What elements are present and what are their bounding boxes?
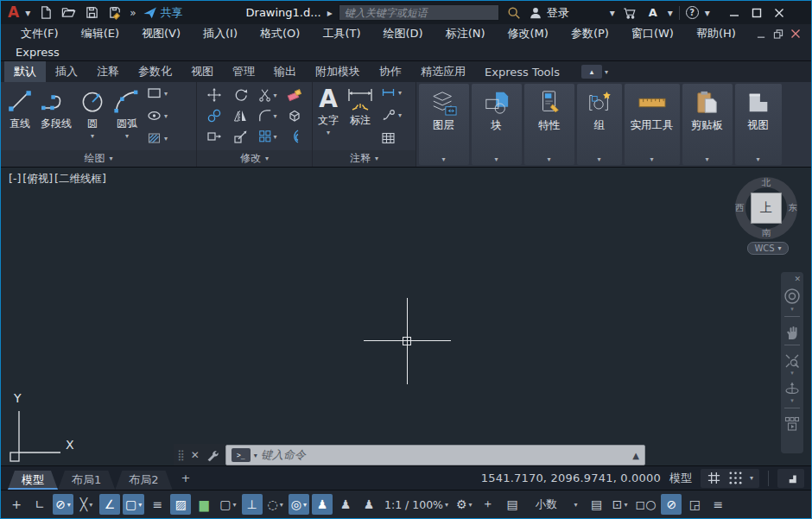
wcs-dropdown[interactable]: WCS▾ bbox=[747, 242, 789, 255]
tab-addins[interactable]: 附加模块 bbox=[306, 61, 370, 82]
table-button[interactable] bbox=[379, 131, 403, 145]
object-snap-toggle[interactable]: ∠ ▾ bbox=[99, 494, 120, 515]
workspace-switching[interactable]: ⚙ ▾ bbox=[454, 494, 475, 515]
navbar-close-icon[interactable]: ✕ bbox=[794, 275, 801, 283]
tab-parametric[interactable]: 参数化 bbox=[129, 61, 181, 82]
annotation-monitor-toggle[interactable]: ＋ ▾ bbox=[478, 494, 498, 515]
panel-clipboard[interactable]: 剪贴板 ▾ bbox=[682, 84, 733, 165]
viewcube-top-face[interactable]: 上 bbox=[751, 193, 782, 224]
mirror-button[interactable] bbox=[233, 108, 249, 123]
grid-display-icon[interactable] bbox=[707, 471, 721, 485]
app-menu-caret-icon[interactable]: ▾ bbox=[25, 7, 30, 19]
showmotion-button[interactable] bbox=[784, 416, 800, 432]
search-input[interactable] bbox=[339, 4, 499, 21]
annotation-scale-value[interactable]: 1:1 / 100% ▾ bbox=[382, 494, 451, 515]
hatch-button[interactable]: ▾ bbox=[145, 131, 169, 145]
menu-item[interactable]: 工具(T) bbox=[311, 26, 371, 41]
tab-home[interactable]: 默认 bbox=[4, 61, 46, 82]
apps-caret-icon[interactable]: ▾ bbox=[668, 7, 673, 19]
drawing-canvas[interactable]: [-][俯视][二维线框] 北 南 西 东 上 WCS▾ ✕ ▾ bbox=[1, 168, 811, 465]
maximize-button[interactable] bbox=[747, 4, 766, 22]
quick-properties-toggle[interactable]: ▤ ▾ bbox=[587, 494, 607, 515]
menu-item[interactable]: 窗口(W) bbox=[620, 26, 685, 41]
lineweight-toggle[interactable]: ≡ ▾ bbox=[147, 494, 168, 515]
fillet-button[interactable]: ▾ bbox=[258, 108, 276, 123]
menu-item[interactable]: 帮助(H) bbox=[685, 26, 747, 41]
command-drag-grip[interactable]: ⣿ bbox=[177, 449, 185, 461]
help-icon[interactable]: ? bbox=[686, 6, 699, 19]
annotation-panel-title[interactable]: 注释▾ bbox=[313, 150, 416, 167]
gizmo-toggle[interactable]: ◎ ▾ bbox=[289, 494, 309, 515]
clean-screen-toggle[interactable]: ◲ ▾ bbox=[684, 494, 705, 515]
scale-button[interactable] bbox=[233, 129, 249, 144]
command-history-arrow-icon[interactable]: ▲ bbox=[632, 451, 639, 460]
ucs-icon[interactable]: Y X bbox=[6, 390, 86, 463]
new-layout-button[interactable]: + bbox=[173, 472, 200, 484]
rectangle-button[interactable]: ▾ bbox=[145, 86, 169, 100]
help-caret-icon[interactable]: ▾ bbox=[705, 7, 710, 19]
ortho-mode-toggle[interactable]: ∟ ▾ bbox=[29, 494, 50, 515]
annotation-scale-icon[interactable]: ♟ ▾ bbox=[358, 494, 379, 515]
qat-more-button[interactable]: » bbox=[130, 7, 136, 19]
autodesk-apps-button[interactable]: A bbox=[644, 4, 662, 22]
panel-utilities[interactable]: 实用工具 ▾ bbox=[625, 84, 680, 165]
annotation-visibility-toggle[interactable]: ♟ ▾ bbox=[312, 494, 333, 515]
close-button[interactable] bbox=[770, 4, 789, 22]
pan-button[interactable] bbox=[784, 325, 800, 340]
viewport-control[interactable]: [二维线框] bbox=[54, 172, 106, 187]
tab-annotate[interactable]: 注释 bbox=[87, 61, 129, 82]
tab-insert[interactable]: 插入 bbox=[46, 61, 87, 82]
ellipse-button[interactable]: ▾ bbox=[145, 109, 169, 123]
trim-button[interactable]: ▾ bbox=[258, 87, 276, 103]
mdi-minimize-icon[interactable] bbox=[757, 29, 766, 39]
panel-group[interactable]: 组 ▾ bbox=[577, 84, 622, 165]
tab-collaborate[interactable]: 协作 bbox=[370, 61, 411, 82]
command-close-icon[interactable]: ✕ bbox=[191, 449, 200, 461]
tab-layout2[interactable]: 布局2 bbox=[115, 471, 172, 490]
graphics-performance-toggle[interactable]: ⊘ ▾ bbox=[661, 494, 682, 515]
dimension-button[interactable]: 标注 bbox=[341, 85, 379, 130]
ribbon-display-toggle[interactable]: ▴ ▾ bbox=[581, 61, 608, 82]
move-button[interactable] bbox=[206, 87, 222, 103]
share-button[interactable]: 共享 bbox=[143, 5, 183, 21]
isolate-objects-toggle[interactable]: ◻○ ▾ bbox=[633, 494, 659, 515]
viewcube-south[interactable]: 南 bbox=[762, 227, 771, 239]
snap-caret-icon[interactable]: ▾ bbox=[750, 474, 753, 482]
viewcube-east[interactable]: 东 bbox=[789, 202, 798, 214]
tab-output[interactable]: 输出 bbox=[264, 61, 306, 82]
save-as-button[interactable] bbox=[106, 4, 124, 22]
viewcube-north[interactable]: 北 bbox=[762, 177, 771, 189]
annotation-autoscale-toggle[interactable]: ♟ ▾ bbox=[335, 494, 356, 515]
3d-object-snap-toggle[interactable]: ▢ ▾ bbox=[217, 494, 238, 515]
panel-views[interactable]: 视图 ▾ bbox=[735, 84, 782, 165]
units-control[interactable]: ▤ 小数 ▾ bbox=[501, 494, 584, 515]
offset-button[interactable] bbox=[287, 129, 302, 144]
orbit-button[interactable] bbox=[784, 381, 800, 396]
viewport-control[interactable]: [-] bbox=[9, 172, 21, 187]
mdi-restore-icon[interactable] bbox=[773, 29, 783, 39]
menu-item[interactable]: 参数(P) bbox=[560, 26, 620, 41]
doc-switch-caret-icon[interactable]: ▸ bbox=[327, 7, 333, 19]
menu-item[interactable]: 视图(V) bbox=[130, 26, 192, 41]
modify-panel-title[interactable]: 修改▾ bbox=[197, 150, 312, 167]
command-prompt-caret-icon[interactable]: ▾ bbox=[254, 452, 257, 459]
viewcube-west[interactable]: 西 bbox=[735, 202, 745, 214]
account-caret-icon[interactable]: ▾ bbox=[610, 7, 615, 19]
snap-mode-icon[interactable] bbox=[728, 471, 743, 485]
menu-item[interactable]: 标注(N) bbox=[435, 26, 497, 41]
arc-button[interactable]: 圆弧 ▾ bbox=[109, 85, 145, 142]
menu-item[interactable]: 编辑(E) bbox=[70, 26, 130, 41]
command-input[interactable]: >_ ▾ 键入命令 ▲ bbox=[225, 445, 645, 465]
app-store-button[interactable] bbox=[621, 4, 638, 22]
selection-cycling-toggle[interactable]: ▆ ▾ bbox=[193, 494, 214, 515]
isometric-drafting-button[interactable] bbox=[777, 469, 804, 488]
circle-button[interactable]: 圆 ▾ bbox=[76, 85, 109, 142]
menu-item[interactable]: 绘图(D) bbox=[372, 26, 435, 41]
lock-ui-control[interactable]: ⊡ ▾ bbox=[610, 494, 631, 515]
stretch-button[interactable] bbox=[206, 129, 222, 144]
search-button[interactable] bbox=[505, 4, 523, 22]
zoom-extents-button[interactable] bbox=[784, 353, 800, 369]
navigation-wheel-button[interactable] bbox=[783, 288, 801, 305]
tab-view[interactable]: 视图 bbox=[181, 61, 223, 82]
panel-properties[interactable]: 特性 ▾ bbox=[524, 84, 574, 165]
